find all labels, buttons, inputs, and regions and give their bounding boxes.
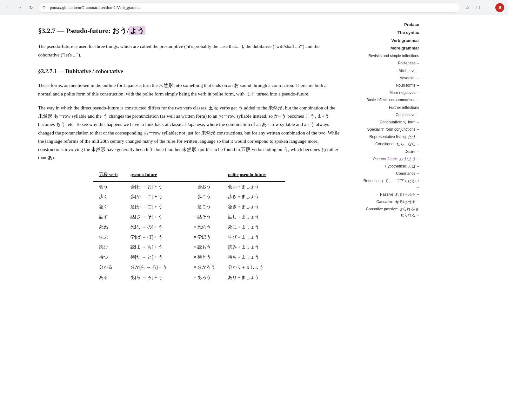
sidebar-item-basic-inflections[interactable]: Basic inflections summarised -- [362, 97, 419, 103]
construction-cell: 待[た → と] + う [124, 252, 188, 262]
polite-cell: 待ち＋ましょう [222, 252, 285, 262]
sidebar-item-attributive[interactable]: Attributive -- [362, 68, 419, 74]
equals-cell: = 話そう [188, 212, 222, 222]
verb-cell: ある [93, 272, 124, 283]
equals-cell: = 会おう [188, 181, 222, 192]
sidebar-item-preface[interactable]: Preface [362, 22, 419, 28]
polite-cell: 急ぎ＋ましょう [222, 202, 285, 212]
sidebar-item-passive[interactable]: Passive: れる/られる -- [362, 192, 419, 198]
menu-button[interactable]: ⋮ [485, 3, 493, 12]
col-header-polite: polite pseudo-future [222, 170, 285, 181]
verb-cell: 待つ [93, 252, 124, 262]
section-title-prefix: §3.2.7 — Pseudo-future: おう/ [38, 27, 129, 35]
sidebar-item-requesting[interactable]: Requesting: て、—て下ください -- [362, 178, 419, 190]
equals-cell: = 急ごう [188, 202, 222, 212]
table-row: 話す 話[さ → そ] + う = 話そう 話し＋ましょう [93, 212, 285, 222]
equals-cell: = 読もう [188, 242, 222, 252]
back-button[interactable]: ← [4, 3, 13, 12]
table-row: 急ぐ 急[が → ご] + う = 急ごう 急ぎ＋ましょう [93, 202, 285, 212]
sidebar-item-causative[interactable]: Causative: せる/させる -- [362, 199, 419, 205]
table-row: 分かる 分か[ら → ろ] + う = 分かろう 分かり＋ましょう [93, 262, 285, 272]
refresh-button[interactable]: ↻ [27, 3, 36, 12]
sidebar-item-desire[interactable]: Desire -- [362, 149, 419, 155]
para2: These forms, as mentioned in the outline… [38, 81, 340, 98]
address-bar[interactable]: ⚙ pomax.github.io/nrGrammar/#section-2-V… [38, 3, 460, 13]
sidebar-item-conditional[interactable]: Conditional: たら、なら -- [362, 141, 419, 147]
equals-cell: = 待とう [188, 252, 222, 262]
table-row: 死ぬ 死[な → の] + う = 死のう 死に＋ましょう [93, 222, 285, 232]
verb-cell: 死ぬ [93, 222, 124, 232]
construction-cell: 学[ば → ぼ] + う [124, 232, 188, 242]
table-row: 待つ 待[た → と] + う = 待とう 待ち＋ましょう [93, 252, 285, 262]
verb-cell: 急ぐ [93, 202, 124, 212]
construction-cell: あ[ら → ろ] + う [124, 272, 188, 283]
sidebar-item-the-syntax[interactable]: The syntax [362, 30, 419, 36]
table-row: ある あ[ら → ろ] + う = あろう あり＋ましょう [93, 272, 285, 283]
sidebar-item-adverbial[interactable]: Adverbial -- [362, 75, 419, 81]
verb-cell: 学ぶ [93, 232, 124, 242]
para1: The pseudo-future is used for three thin… [38, 42, 340, 59]
col-header-equals [188, 170, 222, 181]
sidebar-item-hypothetical[interactable]: Hypothetical: えば -- [362, 163, 419, 169]
construction-cell: 急[が → ご] + う [124, 202, 188, 212]
section-title-highlight: よう [129, 26, 145, 35]
avatar: S [495, 3, 504, 12]
polite-cell: 読み＋ましょう [222, 242, 285, 252]
equals-cell: = 分かろう [188, 262, 222, 272]
sidebar-item-further-inflections[interactable]: Further inflections [362, 105, 419, 111]
sidebar-item-more-negatives[interactable]: More negatives -- [362, 90, 419, 96]
table-row: 読む 読[ま → も] + う = 読もう 読み＋ましょう [93, 242, 285, 252]
table-row: 学ぶ 学[ば → ぼ] + う = 学ぼう 学び＋ましょう [93, 232, 285, 242]
sidebar-item-continuative[interactable]: Continuative: て form -- [362, 119, 419, 125]
construction-cell: 死[な → の] + う [124, 222, 188, 232]
browser-actions: ☆ □ ⋮ S [463, 3, 504, 12]
verb-cell: 会う [93, 181, 124, 192]
col-header-future: pseudo-future [124, 170, 188, 181]
polite-cell: 学び＋ましょう [222, 232, 285, 242]
sidebar-item-causative-passive[interactable]: Causative passive: せられる/させられる -- [362, 206, 419, 218]
share-button[interactable]: □ [474, 3, 483, 12]
forward-button[interactable]: → [15, 3, 24, 12]
table-row: 会う 会[わ → お] + う = 会おう 会い＋ましょう [93, 181, 285, 192]
construction-cell: 話[さ → そ] + う [124, 212, 188, 222]
sidebar-item-conjunctive[interactable]: Conjunctive -- [362, 112, 419, 118]
page-container: §3.2.7 — Pseudo-future: おう/よう The pseudo… [0, 15, 508, 309]
lock-icon: ⚙ [42, 5, 46, 10]
verb-cell: 歩く [93, 192, 124, 202]
construction-cell: 歩[か → こ] + う [124, 192, 188, 202]
construction-cell: 分か[ら → ろ] + う [124, 262, 188, 272]
col-header-verb: 五段 verb [93, 170, 124, 181]
sidebar-item-pseudo-future[interactable]: Pseudo-future: おう/よう -- [362, 156, 419, 162]
para3: The way in which the direct pseudo-futur… [38, 104, 340, 162]
sidebar-item-commands[interactable]: Commands -- [362, 171, 419, 177]
polite-cell: 歩き＋ましょう [222, 192, 285, 202]
url-text: pomax.github.io/nrGrammar/#section-2-Ver… [50, 5, 142, 10]
equals-cell: = あろう [188, 272, 222, 283]
verb-cell: 分かる [93, 262, 124, 272]
verb-cell: 話す [93, 212, 124, 222]
sidebar-item-politeness[interactable]: Politeness -- [362, 60, 419, 66]
star-button[interactable]: ☆ [463, 3, 472, 12]
subsection-title: §3.2.7.1 — Dubitative / cohortative [38, 67, 340, 76]
section-title: §3.2.7 — Pseudo-future: おう/よう [38, 25, 340, 36]
sidebar-item-special-te[interactable]: Special て form conjunctions -- [362, 127, 419, 133]
polite-cell: 会い＋ましょう [222, 181, 285, 192]
polite-cell: あり＋ましょう [222, 272, 285, 283]
equals-cell: = 学ぼう [188, 232, 222, 242]
polite-cell: 分かり＋ましょう [222, 262, 285, 272]
equals-cell: = 歩こう [188, 192, 222, 202]
sidebar-item-representative[interactable]: Representative listing: たり -- [362, 134, 419, 140]
table-row: 歩く 歩[か → こ] + う = 歩こう 歩き＋ましょう [93, 192, 285, 202]
browser-chrome: ← → ↻ ⚙ pomax.github.io/nrGrammar/#secti… [0, 0, 508, 15]
construction-cell: 会[わ → お] + う [124, 181, 188, 192]
verb-table: 五段 verb pseudo-future polite pseudo-futu… [93, 170, 285, 283]
polite-cell: 話し＋ましょう [222, 212, 285, 222]
sidebar-item-revisits[interactable]: Revisits and simple inflections [362, 53, 419, 59]
sidebar-item-verb-grammar[interactable]: Verb grammar [362, 37, 419, 44]
construction-cell: 読[ま → も] + う [124, 242, 188, 252]
verb-cell: 読む [93, 242, 124, 252]
equals-cell: = 死のう [188, 222, 222, 232]
main-content: §3.2.7 — Pseudo-future: おう/よう The pseudo… [0, 15, 359, 309]
sidebar-item-noun-forms[interactable]: Noun forms -- [362, 82, 419, 89]
sidebar-item-more-grammar[interactable]: More grammar [362, 45, 419, 52]
